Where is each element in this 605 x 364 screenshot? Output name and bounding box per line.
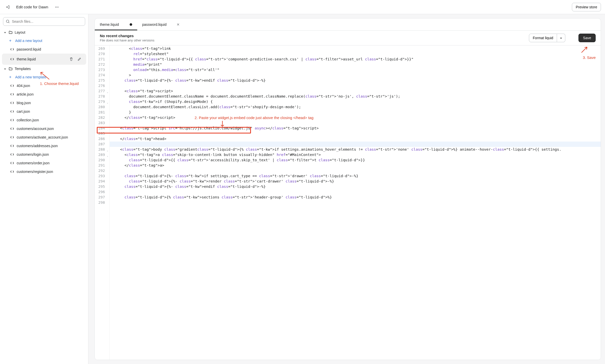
code-line[interactable]: <class="t-tag">script src="https://js.ch…	[110, 126, 601, 131]
code-line[interactable]: </class="t-tag">a>	[110, 163, 601, 168]
chevron-down-icon	[560, 36, 563, 39]
save-button[interactable]: Save	[578, 34, 596, 42]
code-icon	[10, 170, 14, 174]
add-layout-link[interactable]: + Add a new layout	[0, 36, 88, 45]
file-row[interactable]: collection.json	[2, 116, 86, 124]
code-icon	[10, 144, 14, 148]
code-line[interactable]: class="t-liquid-d">{%- class="t-kw">endi…	[110, 78, 601, 83]
code-line[interactable]: </class="t-tag">head>	[110, 136, 601, 142]
file-name: customers/login.json	[17, 152, 49, 156]
folder-icon	[9, 67, 13, 71]
editor-panel: theme.liquidpassword.liquid✕ No recent c…	[95, 18, 601, 360]
tab[interactable]: password.liquid✕	[137, 19, 185, 30]
code-icon	[10, 57, 14, 61]
file-name: customers/activate_account.json	[17, 135, 68, 139]
code-line[interactable]: class="t-liquid-d">{%- class="t-kw">if s…	[110, 173, 601, 179]
more-icon[interactable]	[53, 4, 60, 11]
code-line[interactable]: </class="t-tag">script>	[110, 115, 601, 120]
file-row[interactable]: blog.json	[2, 99, 86, 107]
file-name: 404.json	[17, 84, 30, 88]
code-line[interactable]	[110, 200, 601, 205]
subheader-title: No recent changes	[100, 34, 526, 38]
file-name: collection.json	[17, 118, 39, 122]
file-name: password.liquid	[17, 47, 41, 51]
file-name: cart.json	[17, 109, 30, 113]
code-line[interactable]	[110, 120, 601, 126]
svg-point-0	[55, 7, 56, 7]
subheader: No recent changes File does not have any…	[95, 31, 601, 46]
file-row[interactable]: article.json	[2, 90, 86, 99]
topbar: Edit code for Dawn Preview store	[0, 0, 605, 14]
code-line[interactable]	[110, 131, 601, 136]
file-row[interactable]: customers/account.json	[2, 124, 86, 133]
delete-icon[interactable]	[68, 56, 75, 62]
code-line[interactable]	[110, 189, 601, 195]
file-row[interactable]: customers/register.json	[2, 167, 86, 176]
code-line[interactable]: <class="t-tag">script>	[110, 88, 601, 94]
tab-label: password.liquid	[142, 22, 167, 27]
code-editor[interactable]: 269270271272273274275276277⌄278279⌄28028…	[95, 46, 601, 360]
dirty-indicator-icon	[130, 23, 132, 26]
file-row[interactable]: password.liquid	[2, 45, 86, 54]
group-layout[interactable]: Layout	[0, 28, 88, 36]
file-name: theme.liquid	[17, 57, 36, 61]
file-row[interactable]: theme.liquid	[2, 54, 86, 65]
format-liquid-button[interactable]: Format liquid	[529, 34, 557, 42]
code-icon	[10, 135, 14, 139]
file-row[interactable]: customers/activate_account.json	[2, 133, 86, 142]
code-line[interactable]: document.documentElement.classList.add(c…	[110, 104, 601, 110]
plus-icon: +	[9, 75, 13, 79]
code-line[interactable]: media="print"	[110, 62, 601, 67]
plus-icon: +	[9, 38, 13, 43]
add-template-link[interactable]: + Add a new template	[0, 73, 88, 81]
search-icon	[6, 19, 10, 24]
code-line[interactable]: <class="t-tag">link	[110, 46, 601, 51]
code-line[interactable]: class="t-kw">if (Shopify.designMode) {	[110, 99, 601, 104]
code-line[interactable]: }	[110, 110, 601, 115]
code-icon	[10, 92, 14, 96]
file-row[interactable]: customers/addresses.json	[2, 142, 86, 150]
group-templates[interactable]: Templates	[0, 65, 88, 73]
file-row[interactable]: 404.json	[2, 81, 86, 90]
code-icon	[10, 152, 14, 156]
close-icon[interactable]: ✕	[177, 22, 180, 27]
code-icon	[10, 109, 14, 113]
code-line[interactable]	[110, 83, 601, 88]
file-row[interactable]: customers/order.json	[2, 159, 86, 167]
svg-point-1	[56, 7, 57, 7]
search-input[interactable]	[3, 17, 85, 26]
file-name: article.json	[17, 92, 34, 96]
code-line[interactable]: class="t-liquid-d">{%- class="t-kw">rend…	[110, 179, 601, 184]
code-line[interactable]: >	[110, 73, 601, 78]
preview-store-button[interactable]: Preview store	[572, 3, 601, 11]
file-name: customers/addresses.json	[17, 144, 58, 148]
code-line[interactable]: class="t-liquid-d">{%- class="t-kw">endi…	[110, 184, 601, 189]
group-label: Templates	[15, 67, 31, 71]
search-field[interactable]	[12, 19, 82, 24]
tabs: theme.liquidpassword.liquid✕	[95, 18, 601, 31]
file-row[interactable]: customers/login.json	[2, 150, 86, 159]
code-line[interactable]: <class="t-tag">body class="gradientclass…	[110, 147, 601, 152]
code-icon	[10, 118, 14, 122]
file-row[interactable]: cart.json	[2, 107, 86, 116]
code-line[interactable]: rel="stylesheet"	[110, 51, 601, 57]
code-line[interactable]: class="t-liquid-d">{{ class="t-str">'acc…	[110, 157, 601, 163]
code-icon	[10, 84, 14, 88]
code-icon	[10, 101, 14, 105]
svg-point-2	[58, 7, 58, 7]
chevron-down-icon	[4, 31, 7, 34]
group-label: Layout	[15, 30, 25, 34]
code-line[interactable]: href="class="t-liquid-d">{{ class="t-str…	[110, 57, 601, 62]
file-name: customers/register.json	[17, 170, 53, 174]
code-line[interactable]: document.documentElement.className = doc…	[110, 94, 601, 99]
code-line[interactable]	[110, 142, 601, 147]
code-line[interactable]: onload="this.media=class="t-str">'all'"	[110, 67, 601, 73]
tab[interactable]: theme.liquid	[95, 19, 137, 30]
code-line[interactable]: <class="t-tag">a class="skip-to-content-…	[110, 152, 601, 157]
code-line[interactable]: class="t-liquid-d">{% class="t-kw">secti…	[110, 195, 601, 200]
format-dropdown-button[interactable]	[557, 34, 565, 42]
code-line[interactable]	[110, 168, 601, 173]
edit-icon[interactable]	[76, 56, 83, 62]
tab-label: theme.liquid	[100, 22, 119, 27]
exit-icon[interactable]	[4, 4, 11, 11]
